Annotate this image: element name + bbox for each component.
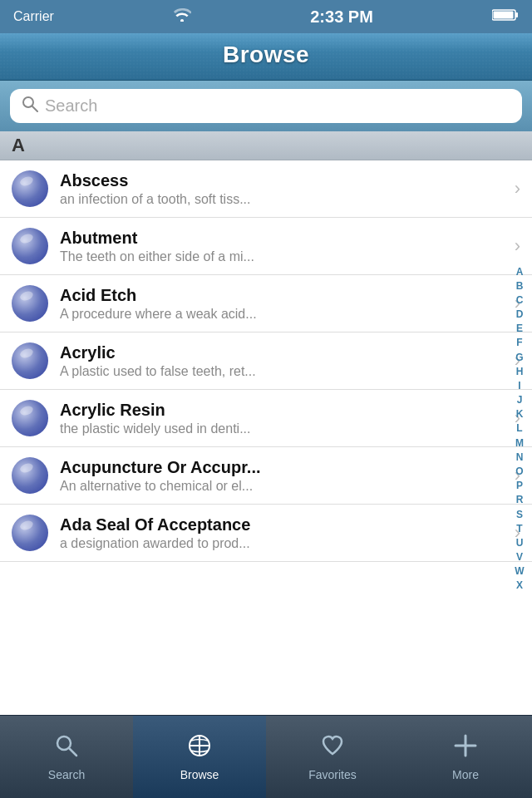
alpha-letter-t[interactable]: T (516, 524, 522, 534)
item-title-4: Acrylic Resin (60, 401, 508, 420)
item-title-6: Ada Seal Of Acceptance (60, 515, 508, 534)
list: Abscess an infection of a tooth, soft ti… (0, 160, 532, 676)
alpha-letter-v[interactable]: V (516, 552, 523, 562)
page-header: Browse (0, 33, 532, 81)
list-item[interactable]: Ada Seal Of Acceptance a designation awa… (0, 505, 532, 562)
item-text-1: Abutment The teeth on either side of a m… (60, 229, 508, 264)
item-desc-1: The teeth on either side of a mi... (60, 249, 508, 264)
item-title-0: Abscess (60, 171, 508, 190)
alpha-letter-g[interactable]: G (515, 352, 523, 362)
favorites-label: Favorites (308, 768, 357, 781)
alpha-letter-n[interactable]: N (516, 452, 524, 462)
alpha-letter-r[interactable]: R (516, 495, 524, 505)
item-title-2: Acid Etch (60, 286, 508, 305)
svg-rect-2 (494, 12, 514, 19)
item-icon-0 (12, 170, 48, 207)
list-item[interactable]: Acupuncture Or Accupr... An alternative … (0, 447, 532, 505)
item-desc-3: A plastic used to false teeth, ret... (60, 364, 508, 379)
alpha-letter-j[interactable]: J (517, 395, 523, 405)
item-desc-4: the plastic widely used in denti... (60, 421, 508, 436)
list-item[interactable]: Acrylic Resin the plastic widely used in… (0, 390, 532, 447)
item-icon-4 (12, 400, 48, 436)
svg-point-5 (57, 736, 71, 750)
item-title-3: Acrylic (60, 343, 508, 362)
tab-browse[interactable]: Browse (133, 716, 266, 798)
svg-point-3 (23, 97, 33, 107)
section-header-a: A (0, 131, 532, 160)
svg-line-4 (32, 106, 37, 111)
search-input[interactable] (45, 96, 510, 116)
chevron-icon-0: › (515, 178, 520, 200)
more-icon (453, 733, 478, 764)
search-label: Search (48, 768, 85, 781)
alphabet-index[interactable]: ABCDEFGHIJKLMNOPRSTUVWX (507, 264, 532, 593)
alpha-letter-d[interactable]: D (516, 309, 524, 319)
item-icon-3 (12, 342, 48, 379)
more-label: More (452, 768, 479, 781)
search-icon (54, 733, 79, 764)
alpha-letter-h[interactable]: H (516, 367, 524, 377)
list-item[interactable]: Abutment The teeth on either side of a m… (0, 218, 532, 275)
browse-icon (187, 733, 212, 764)
tab-bar: Search Browse Favorites More (0, 715, 532, 798)
item-title-1: Abutment (60, 229, 508, 248)
item-desc-2: A procedure where a weak acid... (60, 307, 508, 322)
svg-line-6 (70, 748, 77, 756)
item-title-5: Acupuncture Or Accupr... (60, 458, 508, 477)
alpha-letter-x[interactable]: X (516, 580, 523, 590)
alpha-letter-s[interactable]: S (516, 510, 523, 520)
item-text-2: Acid Etch A procedure where a weak acid.… (60, 286, 508, 322)
item-icon-5 (12, 457, 48, 494)
item-icon-6 (12, 515, 48, 551)
search-icon (22, 96, 38, 116)
alpha-letter-f[interactable]: F (516, 337, 522, 347)
alpha-letter-w[interactable]: W (515, 566, 524, 576)
chevron-icon-1: › (515, 235, 520, 257)
alpha-letter-u[interactable]: U (516, 538, 524, 548)
alpha-letter-k[interactable]: K (516, 409, 524, 419)
item-text-4: Acrylic Resin the plastic widely used in… (60, 401, 508, 436)
status-bar: Carrier 2:33 PM (0, 0, 532, 33)
page-title: Browse (0, 42, 532, 68)
item-icon-1 (12, 228, 48, 264)
main-content: ABCDEFGHIJKLMNOPRSTUVWX A Abscess an inf… (0, 131, 532, 676)
favorites-icon (320, 733, 345, 764)
time-label: 2:33 PM (310, 7, 373, 27)
list-item[interactable]: Acid Etch A procedure where a weak acid.… (0, 275, 532, 332)
item-text-6: Ada Seal Of Acceptance a designation awa… (60, 515, 508, 551)
alpha-letter-c[interactable]: C (516, 295, 524, 305)
list-item[interactable]: Acrylic A plastic used to false teeth, r… (0, 332, 532, 390)
item-desc-0: an infection of a tooth, soft tiss... (60, 192, 508, 207)
browse-label: Browse (180, 768, 219, 781)
item-text-0: Abscess an infection of a tooth, soft ti… (60, 171, 508, 207)
search-container (0, 81, 532, 131)
wifi-icon (173, 8, 191, 25)
battery-icon (492, 8, 519, 25)
item-desc-5: An alternative to chemical or el... (60, 479, 508, 494)
item-text-5: Acupuncture Or Accupr... An alternative … (60, 458, 508, 494)
list-item[interactable]: Abscess an infection of a tooth, soft ti… (0, 160, 532, 218)
alpha-letter-a[interactable]: A (516, 267, 524, 277)
alpha-letter-l[interactable]: L (516, 423, 522, 433)
svg-rect-1 (515, 12, 518, 17)
search-box (10, 89, 522, 123)
alpha-letter-e[interactable]: E (516, 323, 523, 333)
item-icon-2 (12, 285, 48, 322)
tab-favorites[interactable]: Favorites (266, 716, 399, 798)
alpha-letter-o[interactable]: O (515, 466, 523, 476)
alpha-letter-p[interactable]: P (516, 480, 523, 490)
tab-more[interactable]: More (399, 716, 532, 798)
carrier-label: Carrier (13, 9, 54, 24)
tab-search[interactable]: Search (0, 716, 133, 798)
alpha-letter-i[interactable]: I (518, 381, 520, 391)
alpha-letter-b[interactable]: B (516, 281, 524, 291)
item-text-3: Acrylic A plastic used to false teeth, r… (60, 343, 508, 379)
alpha-letter-m[interactable]: M (515, 438, 524, 448)
item-desc-6: a designation awarded to prod... (60, 536, 508, 551)
